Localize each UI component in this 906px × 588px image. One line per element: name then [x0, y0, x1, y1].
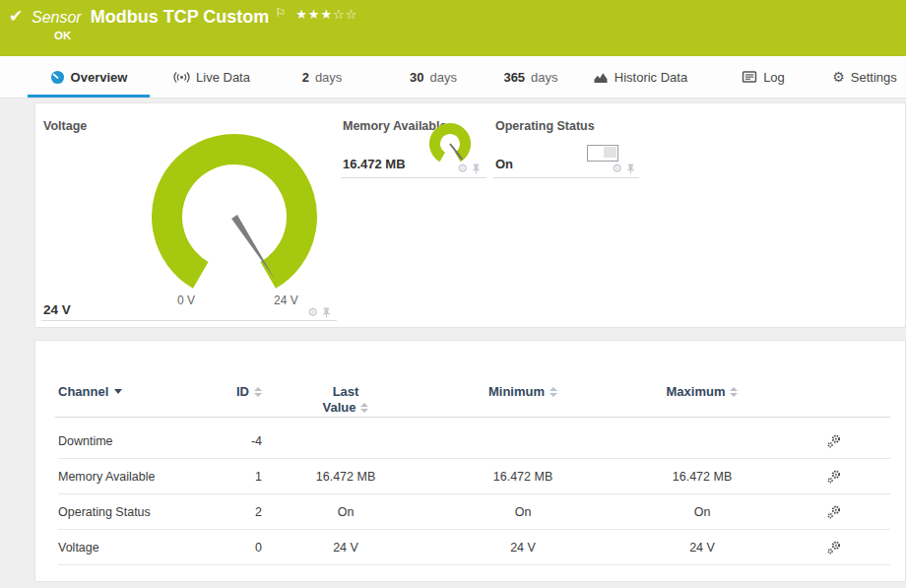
channel-settings-gears-icon[interactable] — [827, 505, 841, 519]
tab-label: days — [531, 70, 557, 85]
tab-label-number: 30 — [410, 70, 423, 85]
table-row: Downtime -4 — [58, 424, 890, 459]
channel-settings-gears-icon[interactable] — [827, 541, 841, 555]
status-badge: OK — [54, 30, 71, 41]
voltage-gauge-block: Voltage 0 V 24 V 24 V ⚙ — [41, 113, 337, 321]
tab-2-days[interactable]: 2 days — [288, 56, 356, 98]
channel-maximum: 24 V — [616, 541, 788, 555]
sort-icon — [254, 387, 262, 397]
voltage-gauge — [150, 133, 319, 289]
broadcast-icon — [173, 71, 190, 84]
gauge-title: Voltage — [43, 119, 87, 133]
tab-historic-data[interactable]: Historic Data — [591, 56, 689, 98]
table-row: Operating Status 2 On On On — [58, 494, 890, 530]
pin-icon[interactable] — [322, 307, 331, 318]
tab-365-days[interactable]: 365 days — [496, 56, 565, 98]
star-filled-icon[interactable]: ★ — [308, 7, 321, 22]
gauge-min-label: 0 V — [177, 294, 195, 307]
column-label: Minimum — [488, 384, 545, 399]
log-icon — [742, 71, 757, 83]
tab-bar: Overview Live Data 2 days 30 days 365 da… — [0, 56, 906, 98]
channel-table-body: Downtime -4 Memory Available 1 16.472 MB… — [58, 424, 890, 565]
star-filled-icon[interactable]: ★ — [320, 7, 333, 22]
gear-icon: ⚙ — [832, 70, 845, 84]
tab-label: Overview — [71, 70, 128, 85]
memory-current-value: 16.472 MB — [343, 157, 406, 171]
pin-icon[interactable] — [626, 163, 635, 174]
tab-label: Log — [763, 70, 785, 85]
channel-settings-gears-icon[interactable] — [827, 470, 841, 484]
tab-30-days[interactable]: 30 days — [399, 56, 468, 98]
sort-icon — [550, 387, 557, 397]
gauges-panel: Voltage 0 V 24 V 24 V ⚙ Memory Available… — [34, 102, 906, 328]
sensor-header: ✔ Sensor Modbus TCP Custom ⚐ ★★★☆☆ OK — [0, 0, 906, 56]
column-header-channel[interactable]: Channel — [58, 384, 206, 400]
channels-panel: Channel ID LastValue Minimum Maximum Dow… — [34, 340, 906, 582]
column-header-maximum[interactable]: Maximum — [616, 384, 788, 400]
channel-minimum: On — [429, 505, 616, 519]
sort-icon — [730, 387, 738, 397]
column-header-minimum[interactable]: Minimum — [429, 384, 616, 400]
memory-gauge — [427, 123, 473, 164]
star-filled-icon[interactable]: ★ — [295, 7, 308, 22]
star-empty-icon[interactable]: ☆ — [333, 7, 346, 22]
channel-id: 0 — [206, 541, 262, 555]
channel-name[interactable]: Voltage — [58, 541, 206, 555]
header-divider — [55, 417, 890, 418]
channel-id: 2 — [206, 505, 262, 519]
table-row: Voltage 0 24 V 24 V 24 V — [58, 530, 890, 565]
tab-label: Settings — [851, 70, 897, 85]
channel-id: -4 — [206, 434, 262, 448]
channel-minimum: 24 V — [429, 541, 616, 555]
status-ok-check-icon: ✔ — [9, 6, 23, 27]
gauge-tools: ⚙ — [612, 163, 635, 174]
channel-last-value: 16.472 MB — [262, 470, 429, 484]
gear-icon[interactable]: ⚙ — [612, 163, 622, 174]
tab-overview[interactable]: Overview — [28, 56, 150, 98]
channel-last-value: 24 V — [262, 541, 429, 555]
tab-label-number: 365 — [503, 70, 525, 85]
priority-stars[interactable]: ★★★☆☆ — [295, 7, 357, 22]
gear-icon[interactable]: ⚙ — [307, 306, 318, 318]
tab-settings[interactable]: ⚙ Settings — [825, 56, 904, 98]
table-row: Memory Available 1 16.472 MB 16.472 MB 1… — [58, 459, 890, 494]
gauge-title: Operating Status — [495, 119, 595, 133]
star-empty-icon[interactable]: ☆ — [346, 7, 358, 22]
tab-label: Historic Data — [615, 70, 687, 85]
channel-id: 1 — [206, 470, 262, 484]
column-label: Maximum — [667, 384, 726, 399]
gauge-tools: ⚙ — [307, 306, 331, 318]
pin-icon[interactable] — [472, 163, 481, 174]
channel-name[interactable]: Downtime — [58, 434, 206, 448]
tab-log[interactable]: Log — [729, 56, 798, 98]
tab-label: days — [315, 70, 342, 85]
sort-desc-icon — [114, 389, 122, 394]
column-header-id[interactable]: ID — [206, 384, 262, 400]
channel-maximum: 16.472 MB — [616, 470, 788, 484]
memory-gauge-block: Memory Available 16.472 MB ⚙ — [341, 113, 486, 178]
area-chart-icon — [593, 71, 609, 84]
column-label: Value — [323, 400, 356, 415]
channel-name[interactable]: Operating Status — [58, 505, 206, 519]
operating-current-value: On — [495, 157, 513, 171]
column-label: Channel — [58, 384, 108, 399]
tab-label: days — [430, 70, 457, 85]
operating-status-block: Operating Status On ⚙ — [493, 113, 639, 178]
flag-icon[interactable]: ⚐ — [275, 6, 286, 20]
channel-name[interactable]: Memory Available — [58, 470, 206, 484]
sort-icon — [360, 403, 368, 413]
column-label: Last — [333, 384, 359, 399]
gauge-max-label: 24 V — [274, 294, 298, 307]
channel-table-header: Channel ID LastValue Minimum Maximum — [58, 384, 890, 416]
channel-last-value: On — [262, 505, 429, 519]
gauge-icon — [50, 70, 65, 85]
gauge-tools: ⚙ — [457, 163, 481, 174]
gear-icon[interactable]: ⚙ — [457, 163, 468, 174]
column-header-last-value[interactable]: LastValue — [262, 384, 429, 416]
voltage-current-value: 24 V — [43, 302, 71, 317]
tab-live-data[interactable]: Live Data — [158, 56, 266, 98]
channel-settings-gears-icon[interactable] — [827, 434, 841, 448]
channel-maximum: On — [616, 505, 788, 519]
tab-label: Live Data — [196, 70, 250, 85]
channel-minimum: 16.472 MB — [429, 470, 616, 484]
